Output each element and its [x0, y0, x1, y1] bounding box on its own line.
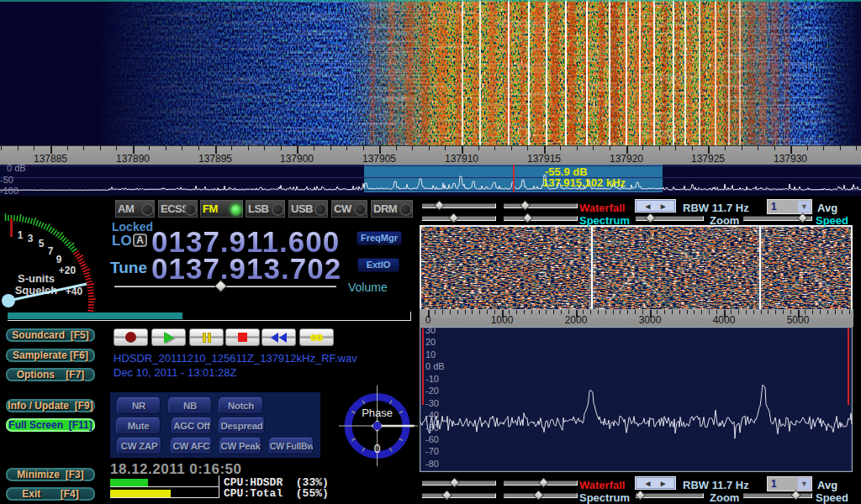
svg-text:7: 7 — [48, 245, 54, 257]
svg-text:2000: 2000 — [565, 314, 588, 326]
svg-text:-50: -50 — [0, 175, 13, 185]
svg-text:137895: 137895 — [198, 153, 232, 165]
svg-text:10: 10 — [425, 349, 436, 360]
svg-text:-20: -20 — [425, 386, 439, 396]
svg-text:137925: 137925 — [691, 153, 725, 165]
svg-text:4000: 4000 — [713, 314, 736, 326]
svg-text:0 dB: 0 dB — [7, 165, 26, 173]
svg-text:-10: -10 — [425, 374, 439, 384]
svg-text:137.915.102 kHz: 137.915.102 kHz — [542, 176, 626, 189]
svg-text:5000: 5000 — [787, 314, 810, 326]
svg-text:Phase: Phase — [362, 407, 393, 419]
svg-text:3000: 3000 — [639, 314, 662, 326]
svg-text:-80: -80 — [425, 459, 439, 469]
svg-text:20: 20 — [425, 337, 436, 347]
svg-text:137920: 137920 — [610, 153, 643, 165]
svg-text:S-units: S-units — [18, 272, 55, 285]
svg-text:137905: 137905 — [362, 153, 396, 165]
svg-text:-100: -100 — [0, 186, 18, 196]
svg-text:9: 9 — [56, 254, 62, 265]
svg-text:30: 30 — [425, 327, 436, 335]
svg-text:137900: 137900 — [280, 153, 314, 165]
svg-text:0: 0 — [374, 442, 381, 455]
svg-text:-30: -30 — [425, 398, 439, 408]
svg-text:137910: 137910 — [445, 153, 478, 165]
svg-text:0 dB: 0 dB — [425, 361, 445, 371]
svg-text:137915: 137915 — [527, 153, 561, 165]
svg-text:0: 0 — [425, 314, 431, 326]
svg-text:1: 1 — [18, 229, 24, 241]
svg-text:1000: 1000 — [491, 314, 514, 326]
svg-text:3: 3 — [28, 233, 34, 244]
svg-text:-60: -60 — [425, 434, 439, 444]
svg-text:5: 5 — [39, 238, 45, 249]
svg-text:137885: 137885 — [34, 153, 67, 165]
svg-text:137930: 137930 — [774, 153, 807, 165]
svg-text:+20: +20 — [59, 265, 77, 276]
svg-text:-70: -70 — [425, 446, 439, 456]
svg-text:137890: 137890 — [116, 153, 150, 165]
